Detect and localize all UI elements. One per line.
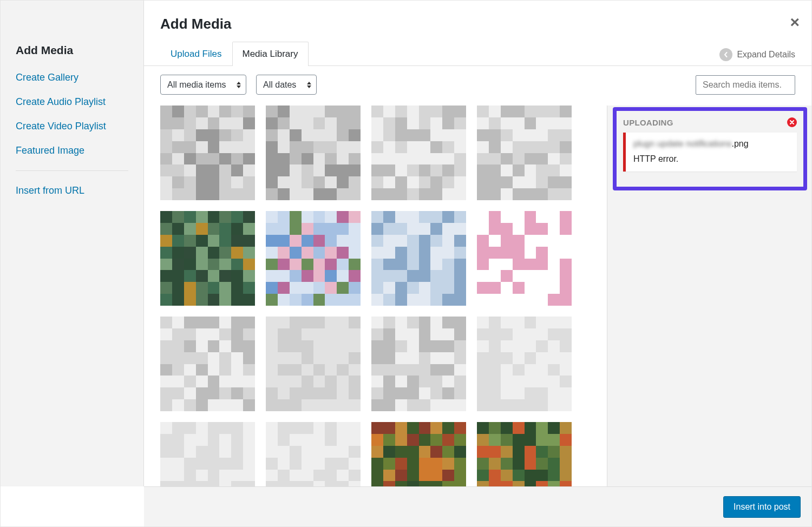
- media-thumbnail[interactable]: [371, 211, 466, 306]
- tab-media-library[interactable]: Media Library: [232, 42, 309, 66]
- page-title: Add Media: [160, 16, 795, 32]
- media-thumbnail[interactable]: [477, 106, 572, 200]
- media-sidebar: Add Media Create Gallery Create Audio Pl…: [1, 1, 144, 486]
- sidebar-item-create-audio-playlist[interactable]: Create Audio Playlist: [16, 90, 128, 114]
- media-thumbnail[interactable]: [477, 422, 572, 486]
- modal-footer: Insert into post: [144, 486, 811, 526]
- close-icon[interactable]: ×: [790, 14, 800, 30]
- filter-date-select[interactable]: All dates: [256, 75, 317, 95]
- sidebar-title: Add Media: [16, 1, 128, 65]
- media-thumbnail[interactable]: [371, 317, 466, 411]
- search-input[interactable]: [696, 75, 795, 95]
- uploading-label: UPLOADING: [623, 118, 673, 127]
- upload-error-card: plugn update notifications.png HTTP erro…: [623, 133, 797, 172]
- media-thumbnail[interactable]: [371, 422, 466, 486]
- filter-type-select[interactable]: All media items: [160, 75, 246, 95]
- upload-error-filename: plugn update notifications.png: [633, 139, 789, 149]
- expand-details-button[interactable]: Expand Details: [719, 48, 795, 65]
- chevron-left-icon: [719, 48, 732, 61]
- media-thumbnail[interactable]: [266, 211, 361, 306]
- sidebar-item-insert-from-url[interactable]: Insert from URL: [16, 179, 128, 203]
- insert-into-post-button[interactable]: Insert into post: [723, 496, 801, 518]
- upload-error-highlight: UPLOADING plugn update notifications.png…: [613, 107, 807, 190]
- sidebar-item-create-gallery[interactable]: Create Gallery: [16, 65, 128, 90]
- media-thumbnail[interactable]: [160, 211, 255, 306]
- media-thumbnail[interactable]: [266, 106, 361, 200]
- upload-error-message: HTTP error.: [633, 154, 789, 164]
- media-tabs: Upload Files Media Library Expand Detail…: [160, 41, 795, 65]
- media-grid: [160, 106, 595, 486]
- attachment-details-panel: UPLOADING plugn update notifications.png…: [607, 106, 811, 486]
- media-thumbnail[interactable]: [160, 106, 255, 200]
- media-thumbnail[interactable]: [160, 317, 255, 411]
- sidebar-item-create-video-playlist[interactable]: Create Video Playlist: [16, 114, 128, 139]
- sidebar-divider: [16, 170, 128, 171]
- expand-details-label: Expand Details: [737, 50, 795, 60]
- media-thumbnail[interactable]: [266, 317, 361, 411]
- tab-upload-files[interactable]: Upload Files: [160, 42, 232, 66]
- media-thumbnail[interactable]: [160, 422, 255, 486]
- media-thumbnail[interactable]: [266, 422, 361, 486]
- media-thumbnail[interactable]: [477, 211, 572, 306]
- sidebar-item-featured-image[interactable]: Featured Image: [16, 139, 128, 163]
- media-thumbnail[interactable]: [371, 106, 466, 200]
- dismiss-error-icon[interactable]: [787, 117, 797, 127]
- media-thumbnail[interactable]: [477, 317, 572, 411]
